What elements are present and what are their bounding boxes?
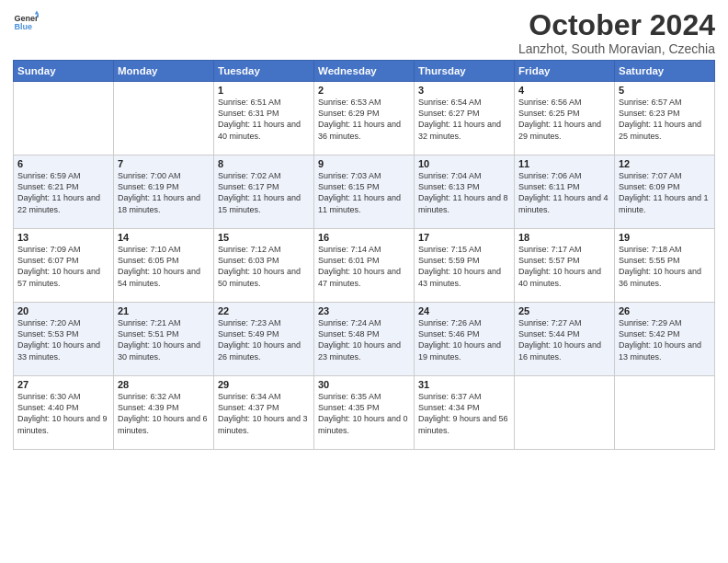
day-cell: 30Sunrise: 6:35 AM Sunset: 4:35 PM Dayli… — [314, 376, 415, 450]
day-number: 9 — [318, 158, 410, 169]
day-cell: 5Sunrise: 6:57 AM Sunset: 6:23 PM Daylig… — [615, 82, 715, 155]
week-row-3: 13Sunrise: 7:09 AM Sunset: 6:07 PM Dayli… — [14, 229, 715, 303]
day-cell — [515, 376, 615, 450]
day-cell: 10Sunrise: 7:04 AM Sunset: 6:13 PM Dayli… — [415, 155, 515, 229]
day-number: 1 — [218, 85, 310, 96]
day-number: 20 — [17, 305, 109, 316]
day-cell: 29Sunrise: 6:34 AM Sunset: 4:37 PM Dayli… — [214, 376, 314, 450]
day-cell: 23Sunrise: 7:24 AM Sunset: 5:48 PM Dayli… — [314, 303, 415, 376]
day-cell: 28Sunrise: 6:32 AM Sunset: 4:39 PM Dayli… — [114, 376, 214, 450]
day-detail: Sunrise: 7:02 AM Sunset: 6:17 PM Dayligh… — [218, 170, 310, 215]
day-number: 4 — [518, 85, 610, 96]
day-detail: Sunrise: 7:14 AM Sunset: 6:01 PM Dayligh… — [318, 244, 410, 289]
day-number: 12 — [619, 158, 711, 169]
day-number: 19 — [619, 232, 711, 243]
day-cell: 2Sunrise: 6:53 AM Sunset: 6:29 PM Daylig… — [314, 82, 415, 155]
day-detail: Sunrise: 6:34 AM Sunset: 4:37 PM Dayligh… — [218, 391, 310, 436]
day-detail: Sunrise: 6:59 AM Sunset: 6:21 PM Dayligh… — [17, 170, 109, 215]
day-detail: Sunrise: 7:26 AM Sunset: 5:46 PM Dayligh… — [418, 317, 510, 362]
header-row: Sunday Monday Tuesday Wednesday Thursday… — [14, 61, 715, 82]
day-cell: 17Sunrise: 7:15 AM Sunset: 5:59 PM Dayli… — [415, 229, 515, 303]
day-detail: Sunrise: 7:18 AM Sunset: 5:55 PM Dayligh… — [619, 244, 711, 289]
day-detail: Sunrise: 6:51 AM Sunset: 6:31 PM Dayligh… — [218, 97, 310, 142]
day-number: 14 — [118, 232, 210, 243]
day-detail: Sunrise: 7:21 AM Sunset: 5:51 PM Dayligh… — [118, 317, 210, 362]
col-thursday: Thursday — [415, 61, 515, 82]
day-cell: 20Sunrise: 7:20 AM Sunset: 5:53 PM Dayli… — [14, 303, 114, 376]
day-number: 24 — [418, 305, 510, 316]
day-number: 10 — [418, 158, 510, 169]
day-detail: Sunrise: 7:27 AM Sunset: 5:44 PM Dayligh… — [518, 317, 610, 362]
day-number: 31 — [418, 379, 510, 390]
day-cell: 4Sunrise: 6:56 AM Sunset: 6:25 PM Daylig… — [515, 82, 615, 155]
day-number: 26 — [619, 305, 711, 316]
day-number: 25 — [518, 305, 610, 316]
day-cell: 7Sunrise: 7:00 AM Sunset: 6:19 PM Daylig… — [114, 155, 214, 229]
day-cell — [615, 376, 715, 450]
calendar-table: Sunday Monday Tuesday Wednesday Thursday… — [13, 60, 715, 450]
day-number: 17 — [418, 232, 510, 243]
day-cell: 18Sunrise: 7:17 AM Sunset: 5:57 PM Dayli… — [515, 229, 615, 303]
day-detail: Sunrise: 6:56 AM Sunset: 6:25 PM Dayligh… — [518, 97, 610, 142]
day-number: 11 — [518, 158, 610, 169]
day-number: 29 — [218, 379, 310, 390]
day-number: 27 — [17, 379, 109, 390]
logo-icon: General Blue — [13, 9, 39, 35]
day-detail: Sunrise: 6:54 AM Sunset: 6:27 PM Dayligh… — [418, 97, 510, 142]
day-number: 3 — [418, 85, 510, 96]
day-cell: 12Sunrise: 7:07 AM Sunset: 6:09 PM Dayli… — [615, 155, 715, 229]
col-monday: Monday — [114, 61, 214, 82]
header: General Blue October 2024 Lanzhot, South… — [13, 9, 715, 56]
day-detail: Sunrise: 7:00 AM Sunset: 6:19 PM Dayligh… — [118, 170, 210, 215]
day-cell: 21Sunrise: 7:21 AM Sunset: 5:51 PM Dayli… — [114, 303, 214, 376]
day-detail: Sunrise: 6:37 AM Sunset: 4:34 PM Dayligh… — [418, 391, 510, 436]
day-detail: Sunrise: 7:04 AM Sunset: 6:13 PM Dayligh… — [418, 170, 510, 215]
day-detail: Sunrise: 7:29 AM Sunset: 5:42 PM Dayligh… — [619, 317, 711, 362]
day-number: 18 — [518, 232, 610, 243]
month-title: October 2024 — [518, 9, 715, 41]
day-detail: Sunrise: 7:17 AM Sunset: 5:57 PM Dayligh… — [518, 244, 610, 289]
day-cell: 3Sunrise: 6:54 AM Sunset: 6:27 PM Daylig… — [415, 82, 515, 155]
day-cell: 14Sunrise: 7:10 AM Sunset: 6:05 PM Dayli… — [114, 229, 214, 303]
col-wednesday: Wednesday — [314, 61, 415, 82]
day-detail: Sunrise: 6:35 AM Sunset: 4:35 PM Dayligh… — [318, 391, 410, 436]
day-cell: 25Sunrise: 7:27 AM Sunset: 5:44 PM Dayli… — [515, 303, 615, 376]
day-detail: Sunrise: 7:03 AM Sunset: 6:15 PM Dayligh… — [318, 170, 410, 215]
day-cell: 27Sunrise: 6:30 AM Sunset: 4:40 PM Dayli… — [14, 376, 114, 450]
col-friday: Friday — [515, 61, 615, 82]
day-cell — [14, 82, 114, 155]
day-number: 6 — [17, 158, 109, 169]
day-detail: Sunrise: 6:57 AM Sunset: 6:23 PM Dayligh… — [619, 97, 711, 142]
week-row-4: 20Sunrise: 7:20 AM Sunset: 5:53 PM Dayli… — [14, 303, 715, 376]
day-detail: Sunrise: 7:20 AM Sunset: 5:53 PM Dayligh… — [17, 317, 109, 362]
day-number: 30 — [318, 379, 410, 390]
day-number: 21 — [118, 305, 210, 316]
day-cell: 11Sunrise: 7:06 AM Sunset: 6:11 PM Dayli… — [515, 155, 615, 229]
day-number: 28 — [118, 379, 210, 390]
day-cell: 6Sunrise: 6:59 AM Sunset: 6:21 PM Daylig… — [14, 155, 114, 229]
day-detail: Sunrise: 7:06 AM Sunset: 6:11 PM Dayligh… — [518, 170, 610, 215]
day-detail: Sunrise: 7:23 AM Sunset: 5:49 PM Dayligh… — [218, 317, 310, 362]
day-cell: 1Sunrise: 6:51 AM Sunset: 6:31 PM Daylig… — [214, 82, 314, 155]
day-cell — [114, 82, 214, 155]
location: Lanzhot, South Moravian, Czechia — [518, 41, 715, 56]
day-number: 23 — [318, 305, 410, 316]
day-cell: 13Sunrise: 7:09 AM Sunset: 6:07 PM Dayli… — [14, 229, 114, 303]
week-row-2: 6Sunrise: 6:59 AM Sunset: 6:21 PM Daylig… — [14, 155, 715, 229]
day-cell: 24Sunrise: 7:26 AM Sunset: 5:46 PM Dayli… — [415, 303, 515, 376]
day-cell: 19Sunrise: 7:18 AM Sunset: 5:55 PM Dayli… — [615, 229, 715, 303]
day-detail: Sunrise: 6:32 AM Sunset: 4:39 PM Dayligh… — [118, 391, 210, 436]
day-number: 22 — [218, 305, 310, 316]
week-row-1: 1Sunrise: 6:51 AM Sunset: 6:31 PM Daylig… — [14, 82, 715, 155]
col-saturday: Saturday — [615, 61, 715, 82]
day-number: 16 — [318, 232, 410, 243]
day-cell: 26Sunrise: 7:29 AM Sunset: 5:42 PM Dayli… — [615, 303, 715, 376]
day-cell: 8Sunrise: 7:02 AM Sunset: 6:17 PM Daylig… — [214, 155, 314, 229]
col-sunday: Sunday — [14, 61, 114, 82]
day-number: 7 — [118, 158, 210, 169]
day-detail: Sunrise: 6:53 AM Sunset: 6:29 PM Dayligh… — [318, 97, 410, 142]
day-number: 15 — [218, 232, 310, 243]
day-cell: 16Sunrise: 7:14 AM Sunset: 6:01 PM Dayli… — [314, 229, 415, 303]
day-number: 8 — [218, 158, 310, 169]
day-detail: Sunrise: 7:24 AM Sunset: 5:48 PM Dayligh… — [318, 317, 410, 362]
